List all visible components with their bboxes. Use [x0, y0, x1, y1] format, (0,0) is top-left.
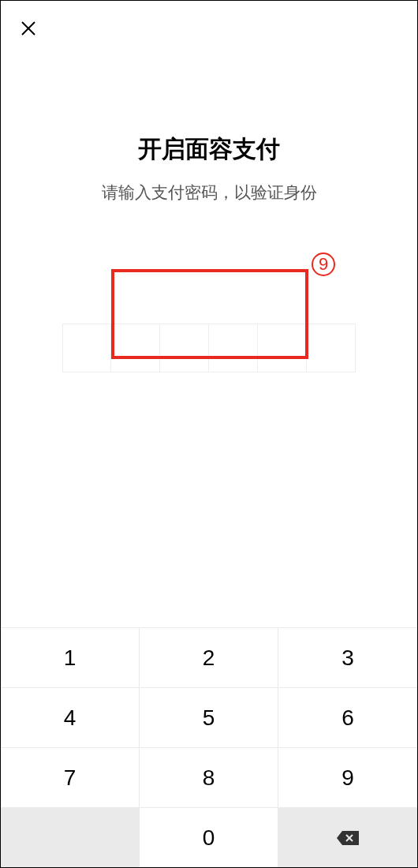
key-4[interactable]: 4: [1, 687, 140, 747]
key-9[interactable]: 9: [278, 747, 417, 807]
backspace-icon: [335, 829, 360, 847]
key-blank: [1, 807, 140, 867]
page-title: 开启面容支付: [1, 133, 417, 166]
password-digit: [62, 324, 111, 372]
close-icon: [20, 20, 37, 37]
key-8[interactable]: 8: [140, 747, 278, 807]
key-5[interactable]: 5: [140, 687, 278, 747]
annotation-badge: 9: [312, 253, 335, 276]
key-6[interactable]: 6: [278, 687, 417, 747]
key-1[interactable]: 1: [1, 627, 140, 687]
close-button[interactable]: [17, 17, 40, 40]
key-0[interactable]: 0: [140, 807, 278, 867]
page-subtitle: 请输入支付密码，以验证身份: [1, 181, 417, 204]
annotation-highlight: [111, 269, 308, 359]
numeric-keypad: 1 2 3 4 5 6 7 8 9 0: [1, 627, 417, 867]
key-3[interactable]: 3: [278, 627, 417, 687]
key-2[interactable]: 2: [140, 627, 278, 687]
password-digit: [307, 324, 356, 372]
key-7[interactable]: 7: [1, 747, 140, 807]
key-delete[interactable]: [278, 807, 417, 867]
